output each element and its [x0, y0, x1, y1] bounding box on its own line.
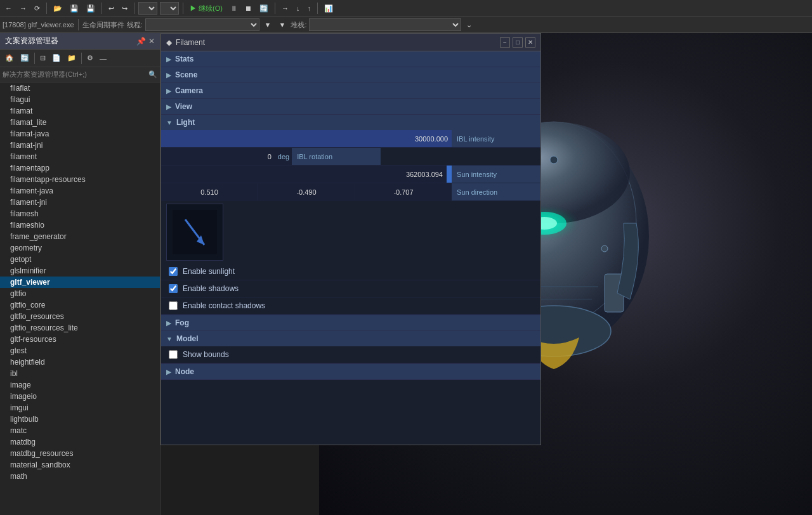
sidebar-item[interactable]: image [0, 379, 160, 391]
perf-btn[interactable]: 📊 [322, 3, 336, 14]
model-header[interactable]: ▼ Model [161, 331, 540, 346]
sidebar-item[interactable]: filamat-jni [0, 140, 160, 151]
sidebar-item[interactable]: gltf-resources [0, 334, 160, 345]
sidebar-item[interactable]: filamentapp [0, 162, 160, 174]
open-btn[interactable]: 📂 [51, 3, 65, 14]
sun-dir-z-input[interactable] [355, 183, 452, 201]
close-btn[interactable]: ✕ [525, 37, 535, 48]
sidebar-item[interactable]: filameshio [0, 219, 160, 231]
enable-contact-shadows-checkbox[interactable] [169, 301, 178, 310]
stack-dropdown[interactable] [309, 18, 461, 31]
enable-sunlight-row: Enable sunlight [161, 263, 540, 280]
sidebar-item[interactable]: getopt [0, 254, 160, 265]
sidebar-item[interactable]: gltfio_resources_lite [0, 322, 160, 334]
ibl-rotation-input[interactable] [161, 148, 275, 165]
close-icon[interactable]: ✕ [148, 37, 155, 46]
sidebar-item[interactable]: filamat-java [0, 128, 160, 140]
light-arrow-icon: ▼ [166, 119, 173, 126]
sidebar-item[interactable]: ibl [0, 368, 160, 379]
sun-dir-x-input[interactable] [161, 183, 258, 201]
sidebar-item[interactable]: gltf_viewer [0, 277, 160, 288]
sidebar-item[interactable]: filament-jni [0, 197, 160, 208]
filter2-btn[interactable]: ▼ [276, 20, 288, 30]
pause-btn[interactable]: ⏸ [228, 3, 240, 13]
sidebar-item[interactable]: gtest [0, 345, 160, 356]
stats-header[interactable]: ▶ Stats [161, 51, 540, 67]
enable-sunlight-checkbox[interactable] [169, 267, 178, 276]
scene-header[interactable]: ▶ Scene [161, 67, 540, 82]
sidebar-item[interactable]: filamat [0, 105, 160, 117]
camera-header[interactable]: ▶ Camera [161, 83, 540, 98]
sidebar-item[interactable]: matc [0, 425, 160, 436]
sidebar-item[interactable]: filament-java [0, 185, 160, 197]
sidebar-item[interactable]: imageio [0, 391, 160, 402]
maximize-btn[interactable]: □ [513, 37, 523, 48]
sun-dir-y-input[interactable] [258, 183, 355, 201]
stack-action-btn[interactable]: ⌄ [464, 20, 475, 30]
save-btn[interactable]: 💾 [67, 3, 81, 14]
sidebar-item[interactable]: material_sandbox [0, 459, 160, 471]
top-toolbar: ← → ⟳ 📂 💾 💾 ↩ ↪ Debug x64 ▶ 继续(O) ⏸ ⏹ 🔄 … [0, 0, 812, 33]
sidebar-item[interactable]: gltfio_resources [0, 311, 160, 322]
sidebar-item[interactable]: matdbg_resources [0, 448, 160, 459]
enable-shadows-checkbox[interactable] [169, 284, 178, 293]
sidebar-item[interactable]: gltfio_core [0, 299, 160, 311]
ibl-intensity-input[interactable] [161, 130, 452, 147]
step-over-btn[interactable]: → [279, 3, 291, 13]
sidebar-item[interactable]: math [0, 471, 160, 482]
new-folder-btn[interactable]: 📁 [65, 53, 79, 63]
config-dropdown[interactable]: Debug [138, 2, 157, 15]
filter-btn[interactable]: ▼ [262, 20, 274, 30]
collapse-btn[interactable]: ⊟ [37, 53, 48, 63]
scene-arrow-icon: ▶ [166, 72, 171, 79]
sidebar-item[interactable]: gltfio [0, 288, 160, 299]
sidebar-item[interactable]: geometry [0, 242, 160, 254]
undo-btn[interactable]: ↩ [106, 3, 117, 14]
pin-icon[interactable]: 📌 [136, 37, 146, 46]
sidebar-item[interactable]: filaflat [0, 82, 160, 94]
sidebar-item[interactable]: heightfield [0, 356, 160, 368]
enable-shadows-label: Enable shadows [183, 284, 239, 293]
refresh-btn[interactable]: ⟳ [32, 3, 43, 14]
minimize-btn[interactable]: − [500, 37, 510, 48]
thread-dropdown[interactable] [145, 18, 259, 31]
sidebar-item[interactable]: glslminifier [0, 265, 160, 277]
sidebar-item[interactable]: frame_generator [0, 231, 160, 242]
forward-btn[interactable]: → [17, 3, 29, 13]
sidebar-item[interactable]: filament [0, 151, 160, 162]
sun-intensity-input[interactable] [161, 166, 447, 183]
sidebar-item[interactable]: filamesh [0, 208, 160, 219]
sidebar-item[interactable]: matdbg [0, 436, 160, 448]
save-all-btn[interactable]: 💾 [84, 3, 98, 14]
back-btn[interactable]: ← [3, 3, 15, 13]
sidebar-item[interactable]: lightbulb [0, 414, 160, 425]
search-icon[interactable]: 🔍 [148, 70, 157, 79]
view-header[interactable]: ▶ View [161, 99, 540, 114]
stop-btn[interactable]: ⏹ [242, 3, 254, 13]
platform-dropdown[interactable]: x64 [160, 2, 179, 15]
step-into-btn[interactable]: ↓ [294, 3, 303, 13]
redo-btn[interactable]: ↪ [119, 3, 130, 14]
run-btn[interactable]: ▶ 继续(O) [187, 3, 225, 15]
node-header[interactable]: ▶ Node [161, 364, 540, 379]
sep5 [275, 3, 275, 14]
sync-btn[interactable]: 🔄 [18, 53, 32, 63]
light-section: ▼ Light IBL intensity deg IBL rotation [161, 115, 540, 315]
sidebar-item[interactable]: filamentapp-resources [0, 174, 160, 185]
step-out-btn[interactable]: ↑ [304, 3, 313, 13]
new-file-btn[interactable]: 📄 [49, 53, 63, 63]
light-header[interactable]: ▼ Light [161, 115, 540, 130]
sidebar-search: 解决方案资源管理器(Ctrl+;) 🔍 [0, 67, 160, 82]
restart-btn[interactable]: 🔄 [257, 3, 271, 14]
sidebar-item[interactable]: filagui [0, 94, 160, 105]
show-bounds-checkbox[interactable] [169, 350, 178, 359]
home-btn[interactable]: 🏠 [3, 53, 16, 63]
stats-section: ▶ Stats [161, 51, 540, 67]
settings-btn[interactable]: ⚙ [84, 53, 96, 63]
sidebar-item[interactable]: filamat_lite [0, 117, 160, 128]
sidebar-item[interactable]: imgui [0, 402, 160, 414]
filament-titlebar: ◆ Filament − □ ✕ [161, 34, 540, 51]
minus-btn[interactable]: — [97, 53, 109, 63]
fog-header[interactable]: ▶ Fog [161, 315, 540, 330]
sun-intensity-label: Sun intensity [452, 166, 540, 183]
